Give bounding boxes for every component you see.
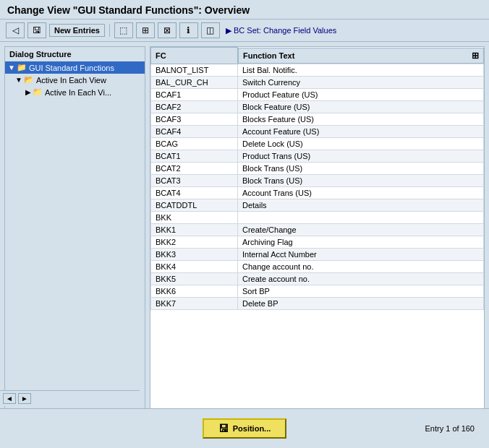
table-row[interactable]: BAL_CUR_CHSwitch Currency (151, 76, 484, 88)
toolbar-select-btn[interactable]: ◫ (201, 22, 220, 38)
table-cell-function-text (238, 211, 484, 223)
table-row[interactable]: BCAGDelete Lock (US) (151, 137, 484, 150)
table-cell-fc: BKK6 (151, 285, 238, 297)
table-row[interactable]: BKK5Create account no. (151, 272, 484, 285)
table-cell-fc: BKK7 (151, 297, 238, 309)
table-cell-function-text: Delete BP (238, 297, 484, 309)
folder-icon-2: 📁 (33, 87, 43, 97)
table-cell-fc: BCAT3 (151, 174, 238, 186)
table-row[interactable]: BCAT2Block Trans (US) (151, 162, 484, 174)
position-icon: 🖫 (218, 423, 229, 434)
folder-icon-0: 📁 (17, 63, 27, 72)
sidebar-label-2: Active In Each Vi... (45, 88, 111, 97)
table-row[interactable]: BKK6Sort BP (151, 285, 484, 297)
position-button[interactable]: 🖫 Position... (203, 418, 287, 439)
sidebar-label-1: Active In Each View (36, 76, 106, 85)
table-cell-function-text: Product Trans (US) (238, 150, 484, 162)
table-cell-function-text: Delete Lock (US) (238, 137, 484, 150)
toolbar-separator-1 (109, 24, 110, 37)
table-cell-function-text: Account Trans (US) (238, 186, 484, 199)
table-area: FC Function Text ⊞ BALNOT_LISTList Bal. … (150, 46, 485, 428)
toolbar-copy-btn[interactable]: ⬚ (114, 22, 133, 38)
table-cell-fc: BCAF4 (151, 125, 238, 137)
table-row[interactable]: BCAT4Account Trans (US) (151, 186, 484, 199)
table-cell-function-text: List Bal. Notific. (238, 64, 484, 76)
toolbar-info-btn[interactable]: ℹ (179, 22, 198, 38)
delete-icon: ⊠ (161, 25, 173, 36)
tree-expand-arrow-1: ▼ (15, 76, 22, 84)
table-row[interactable]: BKK (151, 211, 484, 223)
table-cell-fc: BCAT1 (151, 150, 238, 162)
table-cell-fc: BCAF2 (151, 100, 238, 113)
sidebar-label-0: GUI Standard Functions (29, 64, 114, 72)
table-cell-fc: BCAG (151, 137, 238, 150)
table-row[interactable]: BCAF4Account Feature (US) (151, 125, 484, 137)
table-row[interactable]: BCAF3Blocks Feature (US) (151, 113, 484, 125)
table-row[interactable]: BCAF1Product Feature (US) (151, 88, 484, 100)
data-table: FC Function Text ⊞ BALNOT_LISTList Bal. … (150, 47, 484, 310)
table-row[interactable]: BCAT1Product Trans (US) (151, 150, 484, 162)
table-cell-function-text: Product Feature (US) (238, 88, 484, 100)
table-cell-function-text: Account Feature (US) (238, 125, 484, 137)
table-cell-fc: BKK5 (151, 272, 238, 285)
tree-expand-arrow-2: ▶ (25, 88, 31, 96)
sidebar-item-gui-standard[interactable]: ▼ 📁 GUI Standard Functions (5, 61, 145, 74)
bottom-bar: 🖫 Position... Entry 1 of 160 (0, 408, 489, 448)
paste-icon: ⊞ (140, 25, 151, 36)
info-icon: ℹ (183, 25, 195, 36)
table-row[interactable]: BCAF2Block Feature (US) (151, 100, 484, 113)
table-cell-fc: BCAT2 (151, 162, 238, 174)
sidebar: Dialog Structure ▼ 📁 GUI Standard Functi… (4, 46, 145, 428)
table-cell-fc: BAL_CUR_CH (151, 76, 238, 88)
table-cell-function-text: Sort BP (238, 285, 484, 297)
toolbar: ◁ 🖫 New Entries ⬚ ⊞ ⊠ ℹ ◫ ▶ BC Set: Chan… (0, 20, 489, 42)
table-body: BALNOT_LISTList Bal. Notific.BAL_CUR_CHS… (151, 64, 484, 309)
table-cell-fc: BKK (151, 211, 238, 223)
sidebar-item-active-each-vi[interactable]: ▶ 📁 Active In Each Vi... (5, 86, 145, 98)
sidebar-title: Dialog Structure (5, 47, 145, 61)
back-icon: ◁ (9, 25, 21, 36)
title-bar: Change View "GUI Standard Functions": Ov… (0, 0, 489, 20)
table-row[interactable]: BKK2Archiving Flag (151, 236, 484, 248)
folder-icon-1: 📂 (24, 75, 34, 85)
table-cell-fc: BALNOT_LIST (151, 64, 238, 76)
table-cell-function-text: Block Trans (US) (238, 174, 484, 186)
table-row[interactable]: BCAT3Block Trans (US) (151, 174, 484, 186)
table-cell-function-text: Create account no. (238, 272, 484, 285)
copy-icon: ⬚ (118, 25, 129, 36)
table-cell-function-text: Switch Currency (238, 76, 484, 88)
table-cell-fc: BCAT4 (151, 186, 238, 199)
table-cell-function-text: Details (238, 199, 484, 211)
bc-set-label: ▶ BC Set: Change Field Values (226, 26, 336, 35)
table-row[interactable]: BKK4Change account no. (151, 260, 484, 272)
table-header-row: FC Function Text ⊞ (151, 48, 484, 64)
table-row[interactable]: BKK3Internal Acct Number (151, 248, 484, 260)
main-area: Dialog Structure ▼ 📁 GUI Standard Functi… (0, 42, 489, 432)
table-row[interactable]: BCATDDTLDetails (151, 199, 484, 211)
toolbar-back-btn[interactable]: ◁ (6, 22, 25, 38)
table-cell-function-text: Create/Change (238, 223, 484, 236)
toolbar-paste-btn[interactable]: ⊞ (136, 22, 155, 38)
table-cell-fc: BKK4 (151, 260, 238, 272)
toolbar-delete-btn[interactable]: ⊠ (158, 22, 177, 38)
col-header-function-text: Function Text ⊞ (238, 48, 484, 64)
table-settings-icon[interactable]: ⊞ (472, 51, 479, 61)
sidebar-next-arrow[interactable]: ► (18, 393, 31, 404)
table-cell-fc: BCATDDTL (151, 199, 238, 211)
table-cell-function-text: Internal Acct Number (238, 248, 484, 260)
table-row[interactable]: BKK7Delete BP (151, 297, 484, 309)
table-cell-function-text: Block Trans (US) (238, 162, 484, 174)
table-row[interactable]: BALNOT_LISTList Bal. Notific. (151, 64, 484, 76)
table-container[interactable]: FC Function Text ⊞ BALNOT_LISTList Bal. … (150, 47, 484, 413)
table-row[interactable]: BKK1Create/Change (151, 223, 484, 236)
table-cell-function-text: Blocks Feature (US) (238, 113, 484, 125)
select-icon: ◫ (205, 25, 216, 36)
table-cell-fc: BKK2 (151, 236, 238, 248)
sidebar-prev-arrow[interactable]: ◄ (4, 393, 16, 404)
sidebar-item-active-each-view[interactable]: ▼ 📂 Active In Each View (5, 74, 145, 86)
table-cell-function-text: Change account no. (238, 260, 484, 272)
toolbar-save-btn[interactable]: 🖫 (27, 22, 46, 38)
col-header-fc: FC (151, 48, 238, 64)
table-cell-function-text: Block Feature (US) (238, 100, 484, 113)
new-entries-button[interactable]: New Entries (49, 24, 105, 37)
